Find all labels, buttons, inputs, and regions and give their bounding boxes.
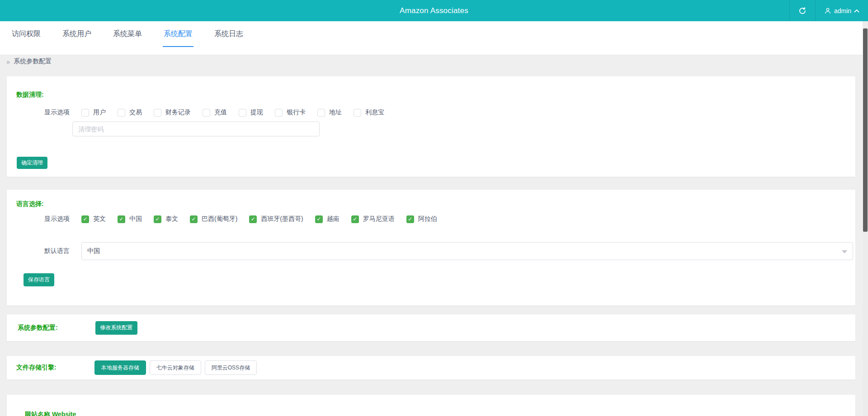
- tabs-bar: 访问权限 系统用户 系统菜单 系统配置 系统日志: [0, 21, 868, 47]
- tab-system-config[interactable]: 系统配置: [163, 22, 193, 47]
- tab-system-users[interactable]: 系统用户: [61, 22, 92, 47]
- refresh-icon: [798, 7, 807, 15]
- website-name-title: 网站名称 Website: [7, 411, 855, 416]
- storage-local-server-button[interactable]: 本地服务器存储: [94, 360, 146, 375]
- language-title: 语言选择:: [7, 200, 855, 208]
- checkbox-user[interactable]: 用户: [81, 108, 106, 117]
- default-language-row: 默认语言 中国: [44, 242, 855, 260]
- storage-aliyun-oss-button[interactable]: 阿里云OSS存储: [205, 360, 257, 375]
- checkbox-icon: [317, 109, 325, 117]
- checkbox-address[interactable]: 地址: [317, 108, 342, 117]
- checkbox-icon: [239, 109, 246, 117]
- cleanup-password-input[interactable]: [72, 122, 320, 136]
- data-cleanup-options-row: 显示选项 用户 交易 财务记录 充值 提现 银行卡 地址: [44, 108, 855, 117]
- data-cleanup-card: 数据清理: 显示选项 用户 交易 财务记录 充值 提现 银行卡 地址: [6, 76, 856, 177]
- tabs-bottom-strip: [0, 47, 868, 55]
- storage-engine-card: 文件存储引擎: 本地服务器存储 七牛云对象存储 阿里云OSS存储: [6, 355, 856, 380]
- options-row-label: 显示选项: [44, 215, 70, 223]
- tab-system-menu[interactable]: 系统菜单: [112, 22, 143, 47]
- checkbox-arabic[interactable]: ✓ 阿拉伯: [406, 215, 437, 223]
- breadcrumb-label: 系统参数配置: [14, 57, 52, 65]
- default-language-value: 中国: [87, 247, 100, 255]
- confirm-cleanup-button[interactable]: 确定清理: [17, 157, 47, 169]
- checkbox-transaction[interactable]: 交易: [118, 108, 142, 117]
- tab-access-rights[interactable]: 访问权限: [11, 22, 42, 47]
- storage-button-group: 本地服务器存储 七牛云对象存储 阿里云OSS存储: [94, 360, 257, 375]
- data-cleanup-title: 数据清理:: [7, 91, 855, 99]
- checkbox-checked-icon: ✓: [81, 215, 89, 223]
- tab-system-logs[interactable]: 系统日志: [213, 22, 244, 47]
- checkbox-icon: [203, 109, 210, 117]
- checkbox-vietnam[interactable]: ✓ 越南: [315, 215, 340, 223]
- language-card: 语言选择: 显示选项 ✓ 英文 ✓ 中国 ✓ 泰文 ✓ 巴西(葡萄牙) ✓ 西班…: [6, 189, 856, 306]
- checkbox-withdraw[interactable]: 提现: [239, 108, 263, 117]
- chevron-down-icon: [842, 250, 847, 253]
- page-scrollbar[interactable]: [863, 21, 868, 416]
- checkbox-recharge[interactable]: 充值: [203, 108, 227, 117]
- modify-system-config-button[interactable]: 修改系统配置: [95, 321, 137, 335]
- website-name-card: 网站名称 Website: [6, 394, 856, 416]
- default-language-label: 默认语言: [44, 247, 70, 255]
- scrollbar-thumb[interactable]: [863, 28, 868, 232]
- checkbox-checked-icon: ✓: [406, 215, 414, 223]
- checkbox-checked-icon: ✓: [154, 215, 161, 223]
- checkbox-checked-icon: ✓: [351, 215, 359, 223]
- save-language-button[interactable]: 保存语言: [24, 273, 54, 286]
- breadcrumb: » 系统参数配置: [0, 55, 868, 68]
- checkbox-checked-icon: ✓: [315, 215, 323, 223]
- checkbox-interest-treasure[interactable]: 利息宝: [354, 108, 384, 117]
- breadcrumb-chevron-icon: »: [6, 58, 10, 65]
- default-language-select[interactable]: 中国: [81, 242, 853, 260]
- checkbox-icon: [275, 109, 283, 117]
- checkbox-checked-icon: ✓: [249, 215, 257, 223]
- username-label: admin: [834, 7, 851, 14]
- app-title: Amazon Associates: [400, 6, 468, 15]
- checkbox-icon: [81, 109, 89, 117]
- checkbox-spanish-mexico[interactable]: ✓ 西班牙(墨西哥): [249, 215, 303, 223]
- app-header: Amazon Associates admin: [0, 0, 868, 21]
- system-config-title: 系统参数配置:: [18, 324, 58, 332]
- storage-qiniu-button[interactable]: 七牛云对象存储: [150, 360, 201, 375]
- chevron-up-icon: [854, 9, 859, 13]
- checkbox-checked-icon: ✓: [190, 215, 198, 223]
- checkbox-bank-card[interactable]: 银行卡: [275, 108, 306, 117]
- checkbox-icon: [354, 109, 361, 117]
- system-config-card: 系统参数配置: 修改系统配置: [6, 314, 856, 341]
- checkbox-thai[interactable]: ✓ 泰文: [154, 215, 178, 223]
- checkbox-english[interactable]: ✓ 英文: [81, 215, 106, 223]
- checkbox-icon: [118, 109, 125, 117]
- storage-engine-title: 文件存储引擎:: [16, 364, 57, 372]
- language-options-row: 显示选项 ✓ 英文 ✓ 中国 ✓ 泰文 ✓ 巴西(葡萄牙) ✓ 西班牙(墨西哥)…: [44, 215, 855, 223]
- checkbox-icon: [154, 109, 161, 117]
- options-row-label: 显示选项: [44, 108, 70, 117]
- checkbox-brazil-portuguese[interactable]: ✓ 巴西(葡萄牙): [190, 215, 237, 223]
- checkbox-romanian[interactable]: ✓ 罗马尼亚语: [351, 215, 395, 223]
- user-menu[interactable]: admin: [816, 0, 868, 21]
- checkbox-financial-records[interactable]: 财务记录: [154, 108, 191, 117]
- user-icon: [824, 7, 831, 14]
- refresh-button[interactable]: [790, 0, 815, 21]
- checkbox-china[interactable]: ✓ 中国: [118, 215, 142, 223]
- checkbox-checked-icon: ✓: [118, 215, 125, 223]
